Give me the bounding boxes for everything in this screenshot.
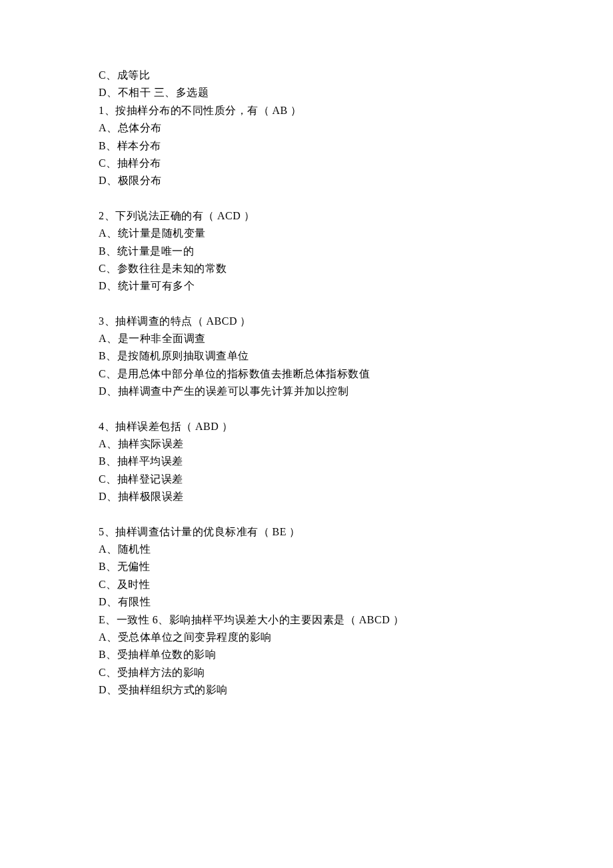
- question-option: B、是按随机原则抽取调查单位: [99, 347, 514, 365]
- question-option: A、是一种非全面调查: [99, 330, 514, 347]
- question-option: B、统计量是唯一的: [99, 243, 514, 260]
- document-page: C、成等比 D、不相干 三、多选题 1、按抽样分布的不同性质分，有（ AB ） …: [0, 0, 613, 699]
- question-option: B、样本分布: [99, 137, 514, 155]
- question-option: A、随机性: [99, 541, 514, 558]
- question-stem: 5、抽样调查估计量的优良标准有（ BE ）: [99, 523, 514, 541]
- question-option: D、统计量可有多个: [99, 277, 514, 295]
- question-option: B、抽样平均误差: [99, 453, 514, 470]
- question-option: D、极限分布: [99, 172, 514, 189]
- question-option: A、统计量是随机变量: [99, 225, 514, 242]
- intro-option-d-section: D、不相干 三、多选题: [99, 84, 514, 101]
- question-option: E、一致性 6、影响抽样平均误差大小的主要因素是（ ABCD ）: [99, 611, 514, 629]
- question-stem: 1、按抽样分布的不同性质分，有（ AB ）: [99, 102, 514, 119]
- question-stem: 4、抽样误差包括（ ABD ）: [99, 418, 514, 435]
- question-stem: 3、抽样调查的特点（ ABCD ）: [99, 313, 514, 330]
- question-option: D、受抽样组织方式的影响: [99, 681, 514, 699]
- question-option: C、及时性: [99, 576, 514, 593]
- intro-option-c: C、成等比: [99, 67, 514, 84]
- question-option: C、抽样分布: [99, 155, 514, 172]
- question-option: D、抽样极限误差: [99, 488, 514, 505]
- question-option: B、受抽样单位数的影响: [99, 646, 514, 663]
- question-option: D、抽样调查中产生的误差可以事先计算并加以控制: [99, 383, 514, 400]
- spacer: [99, 190, 514, 207]
- question-option: A、抽样实际误差: [99, 435, 514, 453]
- question-option: A、总体分布: [99, 119, 514, 137]
- question-option: C、抽样登记误差: [99, 471, 514, 488]
- question-option: A、受总体单位之间变异程度的影响: [99, 629, 514, 646]
- question-option: C、参数往往是未知的常数: [99, 260, 514, 277]
- spacer: [99, 401, 514, 418]
- question-option: D、有限性: [99, 593, 514, 611]
- spacer: [99, 506, 514, 523]
- question-option: C、是用总体中部分单位的指标数值去推断总体指标数值: [99, 365, 514, 383]
- question-option: B、无偏性: [99, 558, 514, 575]
- question-option: C、受抽样方法的影响: [99, 664, 514, 681]
- spacer: [99, 295, 514, 313]
- question-stem: 2、下列说法正确的有（ ACD ）: [99, 207, 514, 225]
